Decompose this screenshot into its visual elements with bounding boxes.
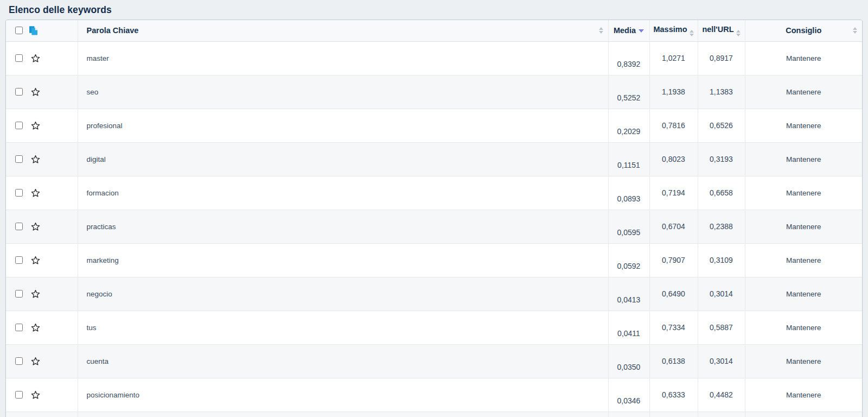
row-checkbox[interactable]: [15, 357, 23, 365]
table-row: negocio 0,0413 0,6490 0,3014 Mantenere: [6, 277, 862, 311]
massimo-cell: 0,7907: [649, 243, 698, 277]
consiglio-cell: Mantenere: [745, 277, 862, 311]
row-checkbox[interactable]: [15, 290, 23, 298]
column-header-media[interactable]: Media: [608, 20, 649, 41]
row-selection-cell: [6, 277, 78, 311]
table-row: marketing 0,0592 0,7907 0,3109 Mantenere: [6, 243, 862, 277]
page-title: Elenco delle keywords: [0, 0, 868, 21]
nell-url-cell: 0,3014: [698, 277, 745, 311]
keyword-cell: formacion: [78, 176, 608, 210]
star-outline-icon[interactable]: [30, 87, 41, 97]
row-selection-cell: [6, 142, 78, 176]
row-checkbox[interactable]: [15, 256, 23, 264]
massimo-cell: 0,6704: [649, 210, 698, 243]
column-header-keyword[interactable]: Parola Chiave: [78, 20, 608, 41]
nell-url-cell: 0,8917: [698, 41, 745, 75]
sort-icon-keyword: [599, 27, 603, 34]
media-cell: 0,0592: [608, 243, 649, 277]
massimo-cell: 0,7334: [649, 311, 698, 344]
row-checkbox[interactable]: [15, 391, 23, 399]
consiglio-cell: Mantenere: [745, 41, 862, 75]
row-checkbox[interactable]: [15, 324, 23, 331]
table-row-cutoff: [6, 412, 862, 417]
table-row: practicas 0,0595 0,6704 0,2388 Mantenere: [6, 210, 862, 243]
header-selection-cell: [6, 20, 78, 41]
massimo-cell: 0,7194: [649, 176, 698, 210]
row-selection-cell: [6, 243, 78, 277]
keyword-cell: tus: [78, 311, 608, 344]
row-checkbox[interactable]: [15, 122, 23, 129]
consiglio-cell: Mantenere: [745, 75, 862, 109]
star-outline-icon[interactable]: [30, 356, 41, 367]
consiglio-cell: Mantenere: [745, 109, 862, 142]
table-row: tus 0,0411 0,7334 0,5887 Mantenere: [6, 311, 862, 344]
sort-icon-massimo: [690, 30, 694, 36]
star-outline-icon[interactable]: [30, 53, 41, 64]
nell-url-cell: 0,5887: [698, 311, 745, 344]
media-cell: 0,0893: [608, 176, 649, 210]
massimo-cell: 0,6138: [649, 344, 698, 378]
table-row: seo 0,5252 1,1938 1,1383 Mantenere: [6, 75, 862, 109]
select-all-checkbox[interactable]: [15, 27, 23, 34]
copy-pages-icon[interactable]: [28, 26, 39, 36]
media-cell: 0,8392: [608, 41, 649, 75]
consiglio-cell: Mantenere: [745, 344, 862, 378]
media-cell: 0,0413: [608, 277, 649, 311]
keyword-cell: marketing: [78, 243, 608, 277]
media-cell: 0,1151: [608, 142, 649, 176]
nell-url-cell: 0,3193: [698, 142, 745, 176]
table-row: posicionamiento 0,0346 0,6333 0,4482 Man…: [6, 378, 862, 412]
media-cell: 0,0595: [608, 210, 649, 243]
keyword-cell: profesional: [78, 109, 608, 142]
nell-url-cell: 0,4482: [698, 378, 745, 412]
table-row: formacion 0,0893 0,7194 0,6658 Mantenere: [6, 176, 862, 210]
table-row: profesional 0,2029 0,7816 0,6526 Mantene…: [6, 109, 862, 142]
massimo-cell: 0,8023: [649, 142, 698, 176]
nell-url-cell: 0,6526: [698, 109, 745, 142]
table-header-row: Parola Chiave Media Massimo nell'URL Con…: [6, 20, 862, 41]
row-selection-cell: [6, 176, 78, 210]
consiglio-cell: Mantenere: [745, 176, 862, 210]
consiglio-cell: Mantenere: [745, 142, 862, 176]
star-outline-icon[interactable]: [30, 390, 41, 400]
row-checkbox[interactable]: [15, 189, 23, 197]
table-row: master 0,8392 1,0271 0,8917 Mantenere: [6, 41, 862, 75]
row-checkbox[interactable]: [15, 223, 23, 230]
keyword-cell: master: [78, 41, 608, 75]
row-selection-cell: [6, 210, 78, 243]
sort-icon-nell-url: [736, 30, 741, 36]
keyword-cell: negocio: [78, 277, 608, 311]
star-outline-icon[interactable]: [30, 255, 41, 266]
massimo-cell: 0,6333: [649, 378, 698, 412]
table-row: digital 0,1151 0,8023 0,3193 Mantenere: [6, 142, 862, 176]
row-selection-cell: [6, 109, 78, 142]
nell-url-cell: 1,1383: [698, 75, 745, 109]
keyword-cell: cuenta: [78, 344, 608, 378]
star-outline-icon[interactable]: [30, 289, 41, 299]
star-outline-icon[interactable]: [30, 121, 41, 131]
media-cell: 0,0346: [608, 378, 649, 412]
media-cell: 0,5252: [608, 75, 649, 109]
star-outline-icon[interactable]: [30, 154, 41, 165]
sort-icon-consiglio: [853, 27, 857, 34]
keywords-table: Parola Chiave Media Massimo nell'URL Con…: [5, 20, 863, 417]
massimo-cell: 1,1938: [649, 75, 698, 109]
keyword-cell: practicas: [78, 210, 608, 243]
star-outline-icon[interactable]: [30, 222, 41, 232]
massimo-cell: 0,7816: [649, 109, 698, 142]
column-header-consiglio[interactable]: Consiglio: [745, 20, 862, 41]
consiglio-cell: Mantenere: [745, 210, 862, 243]
media-cell: 0,0411: [608, 311, 649, 344]
keyword-cell: posicionamiento: [78, 378, 608, 412]
table-row: cuenta 0,0350 0,6138 0,3014 Mantenere: [6, 344, 862, 378]
row-checkbox[interactable]: [15, 88, 23, 96]
star-outline-icon[interactable]: [30, 188, 41, 198]
row-checkbox[interactable]: [15, 155, 23, 163]
media-cell: 0,0350: [608, 344, 649, 378]
column-header-nell-url[interactable]: nell'URL: [698, 20, 745, 41]
keyword-cell: digital: [78, 142, 608, 176]
column-header-massimo[interactable]: Massimo: [649, 20, 698, 41]
row-checkbox[interactable]: [15, 54, 23, 62]
sort-desc-icon-media: [639, 29, 644, 33]
star-outline-icon[interactable]: [30, 323, 41, 333]
